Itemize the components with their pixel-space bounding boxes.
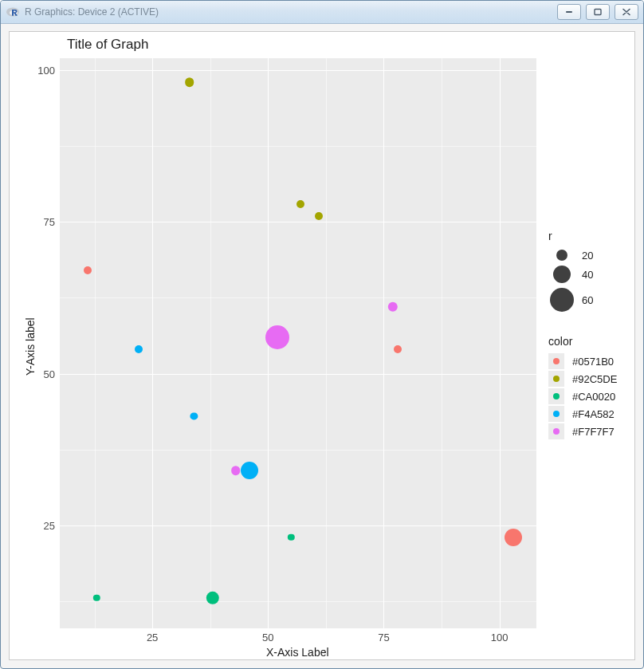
legend-color-label: #0571B0 <box>572 356 614 368</box>
data-point <box>206 592 218 604</box>
legend-color-key <box>548 353 564 369</box>
legend-color-row: #0571B0 <box>548 352 617 370</box>
ggplot-figure: Title of Graph 255075100 255075100 X-Axi… <box>10 32 634 659</box>
legend-color-key <box>548 371 564 387</box>
y-tick-label: 25 <box>34 519 55 531</box>
grid-line-vertical <box>152 58 153 628</box>
data-point <box>265 325 289 349</box>
legend-color-dot-icon <box>553 428 560 435</box>
window-controls <box>557 4 638 20</box>
legend-color-title: color <box>548 335 617 348</box>
data-point <box>388 302 398 312</box>
grid-line-vertical <box>442 58 442 628</box>
legend-color-label: #92C5DE <box>572 373 617 385</box>
legend-size-key-icon <box>556 250 567 261</box>
legend-color-label: #CA0020 <box>572 391 615 403</box>
close-button[interactable] <box>615 4 638 20</box>
titlebar: R Graphics: Device 2 (ACTIVE) <box>1 1 643 24</box>
grid-line-horizontal <box>60 70 536 71</box>
legend-color-dot-icon <box>553 393 560 399</box>
data-point <box>185 78 194 88</box>
legend-size: r 204060 <box>548 230 593 314</box>
minimize-button[interactable] <box>557 4 581 20</box>
x-axis-label: X-Axis Label <box>266 646 329 659</box>
r-logo-icon <box>6 6 20 18</box>
svg-rect-3 <box>595 10 601 15</box>
data-point <box>231 466 241 475</box>
legend-color-key <box>548 388 564 404</box>
svg-rect-2 <box>566 11 572 13</box>
legend-color: color #0571B0#92C5DE#CA0020#F4A582#F7F7F… <box>548 335 617 440</box>
grid-line-horizontal <box>60 374 536 375</box>
y-tick-label: 100 <box>34 65 55 77</box>
app-window: R Graphics: Device 2 (ACTIVE) Title of G… <box>0 0 644 669</box>
data-point <box>296 200 304 208</box>
x-tick-label: 25 <box>147 632 158 643</box>
legend-size-title: r <box>548 230 593 242</box>
maximize-icon <box>592 8 603 16</box>
legend-size-label: 40 <box>582 269 593 281</box>
legend-color-key <box>548 423 564 439</box>
plot-client-area: Title of Graph 255075100 255075100 X-Axi… <box>9 31 635 660</box>
x-tick-label: 100 <box>491 632 509 643</box>
legend-size-key-icon <box>553 266 571 283</box>
minimize-icon <box>564 8 575 16</box>
legend-size-row: 20 <box>548 247 593 263</box>
x-tick-label: 75 <box>378 632 389 643</box>
data-point <box>315 212 323 220</box>
grid-line-vertical <box>500 58 501 628</box>
grid-line-horizontal <box>60 525 536 526</box>
legend-color-dot-icon <box>553 358 560 364</box>
x-tick-label: 50 <box>262 632 273 643</box>
legend-color-dot-icon <box>553 376 560 382</box>
grid-line-vertical <box>210 58 211 628</box>
legend-size-label: 20 <box>582 250 593 262</box>
plot-panel <box>60 58 536 628</box>
window-title: R Graphics: Device 2 (ACTIVE) <box>25 1 159 23</box>
legend-size-key-icon <box>550 288 574 312</box>
maximize-button[interactable] <box>586 4 610 20</box>
grid-line-horizontal <box>60 450 536 451</box>
y-axis-label: Y-Axis label <box>24 317 37 376</box>
legend-color-row: #F7F7F7 <box>548 423 617 440</box>
data-point <box>505 529 522 546</box>
y-tick-label: 50 <box>34 368 55 380</box>
data-point <box>288 534 294 541</box>
grid-line-horizontal <box>60 297 536 298</box>
legend-color-key <box>548 406 564 422</box>
data-point <box>84 266 92 274</box>
legend-color-label: #F4A582 <box>572 408 615 420</box>
data-point <box>241 462 258 479</box>
close-icon <box>621 8 632 16</box>
grid-line-vertical <box>326 58 327 628</box>
data-point <box>135 345 143 353</box>
grid-line-horizontal <box>60 222 536 222</box>
legend-color-row: #F4A582 <box>548 405 617 423</box>
grid-line-vertical <box>95 58 96 628</box>
legend-color-dot-icon <box>553 411 560 417</box>
legend-color-row: #CA0020 <box>548 388 617 405</box>
y-tick-label: 75 <box>34 216 55 228</box>
grid-line-vertical <box>383 58 384 628</box>
grid-line-horizontal <box>60 601 536 602</box>
grid-line-horizontal <box>60 146 536 147</box>
legend-color-row: #92C5DE <box>548 370 617 388</box>
legend-size-row: 40 <box>548 263 593 285</box>
legend-color-label: #F7F7F7 <box>572 426 615 438</box>
legend-size-label: 60 <box>582 294 593 306</box>
legend-size-row: 60 <box>548 285 593 314</box>
plot-title: Title of Graph <box>67 37 148 53</box>
data-point <box>190 412 198 419</box>
data-point <box>394 345 402 353</box>
